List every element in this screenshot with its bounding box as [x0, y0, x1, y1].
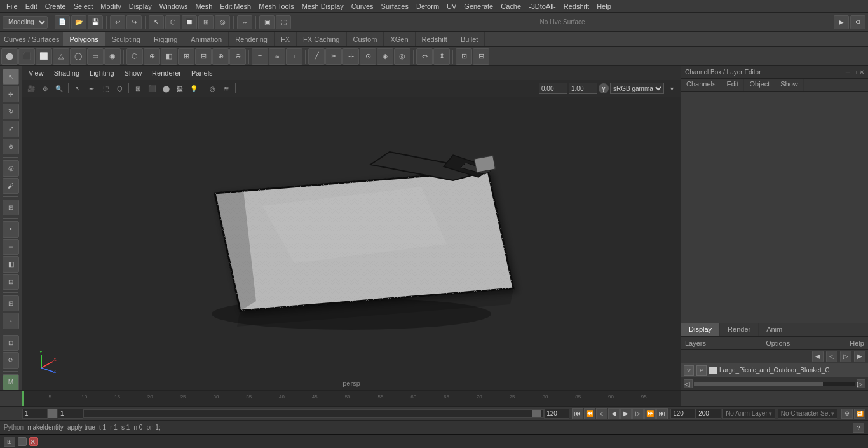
layer-visibility-btn[interactable]: V: [684, 365, 694, 376]
viewport-menu-show[interactable]: Show: [122, 69, 145, 77]
go-end-btn[interactable]: ⏭: [656, 408, 668, 419]
tab-xgen[interactable]: XGen: [384, 32, 415, 46]
history-btn[interactable]: ⟳: [3, 352, 19, 368]
cone-btn[interactable]: △: [53, 48, 69, 65]
window-close-btn[interactable]: ✕: [29, 437, 38, 446]
step-back-btn[interactable]: ⏪: [584, 408, 595, 419]
face-mode-btn[interactable]: ◧: [3, 256, 19, 272]
layer-playback-btn[interactable]: P: [696, 365, 707, 376]
char-set-dropdown[interactable]: No Character Set ▾: [778, 409, 837, 419]
layer-next2-btn[interactable]: ▶: [854, 351, 865, 362]
extrude-btn[interactable]: ⊕: [144, 48, 160, 65]
frame-min-input[interactable]: [58, 409, 83, 419]
cam-orbit-icon[interactable]: ⊙: [39, 82, 51, 95]
viewport-menu-panels[interactable]: Panels: [189, 69, 215, 77]
connect-btn[interactable]: ⊹: [342, 48, 359, 65]
loop-btn[interactable]: ≡: [252, 48, 268, 65]
plane-btn[interactable]: ▭: [87, 48, 104, 65]
select-icon[interactable]: ↖: [71, 82, 84, 95]
tab-fx-caching[interactable]: FX Caching: [297, 32, 346, 46]
select-mode-btn[interactable]: ↖: [3, 69, 19, 85]
wireframe-btn[interactable]: ⬚: [276, 15, 291, 29]
marquee-icon[interactable]: ⬚: [99, 82, 112, 95]
menu-file[interactable]: File: [3, 1, 22, 11]
menu-windows[interactable]: Windows: [156, 1, 192, 11]
lasso-icon[interactable]: ⬡: [113, 82, 126, 95]
menu-surfaces[interactable]: Surfaces: [377, 1, 412, 11]
mirror-btn[interactable]: ⇔: [416, 48, 433, 65]
sphere-btn[interactable]: ⬤: [1, 48, 18, 65]
show-manipulator-btn[interactable]: ⊞: [3, 200, 19, 215]
cb-tab-object[interactable]: Object: [744, 79, 775, 91]
edge-mode-btn[interactable]: ━: [3, 239, 19, 255]
menu-mesh-display[interactable]: Mesh Display: [298, 1, 348, 11]
menu-uv[interactable]: UV: [443, 1, 460, 11]
combine-btn[interactable]: ⊕: [212, 48, 229, 65]
snap-curve-btn[interactable]: ◎: [215, 15, 230, 29]
layer-opt-options[interactable]: Options: [766, 339, 790, 347]
frame-current-input[interactable]: [22, 409, 48, 419]
menu-redshift[interactable]: Redshift: [560, 1, 593, 11]
snap-options-btn[interactable]: ⊞: [3, 295, 19, 311]
maya-icon-btn[interactable]: M: [3, 374, 19, 390]
uv-btn[interactable]: ⊡: [456, 48, 472, 65]
quick-layout-btn[interactable]: ⊡: [3, 335, 19, 351]
xray-btn[interactable]: ▣: [259, 15, 275, 29]
snap-vert-btn[interactable]: ◦: [3, 313, 19, 329]
paint-icon[interactable]: ✒: [85, 82, 98, 95]
gamma-icon[interactable]: γ: [599, 83, 609, 93]
scroll-left-btn[interactable]: ◁: [684, 379, 693, 388]
menu-display[interactable]: Display: [125, 1, 156, 11]
go-start-btn[interactable]: ⏮: [572, 408, 583, 419]
next-frame-btn[interactable]: ▷: [632, 408, 644, 419]
panel-close-btn[interactable]: ✕: [859, 69, 864, 76]
select-tool-btn[interactable]: ↖: [149, 15, 164, 29]
menu-edit[interactable]: Edit: [22, 1, 41, 11]
step-fwd-btn[interactable]: ⏩: [644, 408, 656, 419]
right-scrollbar[interactable]: ◁ ▷: [681, 377, 868, 390]
workspace-selector[interactable]: Modeling: [3, 16, 48, 29]
tab-bullet[interactable]: Bullet: [454, 32, 485, 46]
viewport-menu-lighting[interactable]: Lighting: [87, 69, 117, 77]
average-btn[interactable]: ◈: [377, 48, 393, 65]
universal-btn[interactable]: ⊕: [3, 139, 19, 154]
disc-btn[interactable]: ◉: [104, 48, 121, 65]
menu-select[interactable]: Select: [70, 1, 97, 11]
subdiv-btn[interactable]: ⬡: [126, 48, 143, 65]
cam-zoom-icon[interactable]: 🔍: [53, 82, 65, 95]
panel-float-btn[interactable]: □: [853, 69, 857, 76]
paint-tool-btn[interactable]: 🔲: [182, 15, 197, 29]
separate-btn[interactable]: ⊖: [229, 48, 246, 65]
viewport-menu-shading[interactable]: Shading: [51, 69, 82, 77]
layer-opt-help[interactable]: Help: [850, 339, 864, 347]
layer-next-btn[interactable]: ▷: [840, 351, 851, 362]
bevel-btn[interactable]: ◧: [161, 48, 177, 65]
menu-help[interactable]: Help: [593, 1, 615, 11]
cube-btn[interactable]: ⬛: [18, 48, 35, 65]
window-icon-btn[interactable]: ⊞: [4, 437, 15, 447]
solid-icon[interactable]: ⬤: [159, 82, 172, 95]
soft-select-btn[interactable]: ◎: [3, 160, 19, 176]
cb-tab-edit[interactable]: Edit: [721, 79, 744, 91]
pb-loop-btn[interactable]: 🔁: [854, 409, 865, 419]
snap-grid-btn[interactable]: ⊞: [198, 15, 214, 29]
viewport-menu-view[interactable]: View: [26, 69, 46, 77]
tab-custom[interactable]: Custom: [347, 32, 384, 46]
playback-range-bar[interactable]: [83, 409, 544, 418]
tab-polygons[interactable]: Polygons: [63, 32, 105, 46]
le-tab-anim[interactable]: Anim: [759, 323, 790, 336]
color-space-select[interactable]: sRGB gamma: [610, 83, 664, 94]
camera-near-field[interactable]: [539, 83, 567, 94]
new-scene-btn[interactable]: 📄: [55, 15, 70, 29]
redo-btn[interactable]: ↪: [126, 15, 142, 29]
smooth-icon[interactable]: ≋: [220, 82, 233, 95]
grid-icon[interactable]: ⊞: [132, 82, 144, 95]
light-icon[interactable]: 💡: [187, 82, 200, 95]
render-settings-btn[interactable]: ⚙: [850, 15, 865, 29]
pb-prefs-btn[interactable]: ⚙: [841, 409, 853, 419]
ring-btn[interactable]: ≈: [269, 48, 285, 65]
layer-color-swatch[interactable]: [709, 367, 717, 374]
layer-row[interactable]: V P Large_Picnic_and_Outdoor_Blanket_C: [681, 363, 868, 377]
play-fwd-btn[interactable]: ▶: [620, 408, 632, 419]
move-btn[interactable]: ✛: [3, 86, 19, 102]
